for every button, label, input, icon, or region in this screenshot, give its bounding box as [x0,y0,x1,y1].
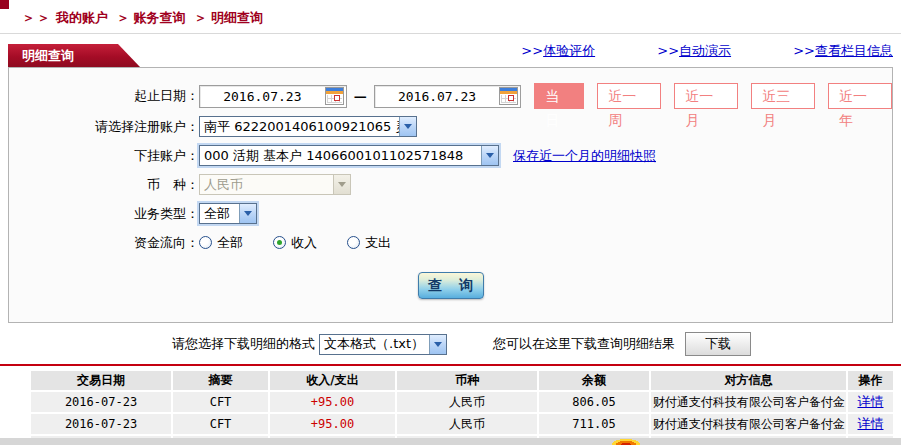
chevron-down-icon[interactable] [239,204,256,223]
flow-option-all[interactable]: 全部 [199,234,243,252]
calendar-icon[interactable] [325,87,344,105]
breadcrumb-prefix: ＞＞ [22,10,52,25]
query-button[interactable]: 查 询 [418,272,484,299]
biz-type-row: 业务类型： 全部 [9,202,892,225]
breadcrumb-separator: ＞ [117,10,130,25]
flow-label: 资金流向： [9,234,199,252]
register-account-select[interactable]: 南平 6222001406100921065 灵通卡 [199,116,417,137]
sub-account-value: 000 活期 基本户 1406600101102571848 [200,147,481,165]
link-prefix: >> [521,43,543,58]
results-table: 交易日期 摘要 收入/支出 币种 余额 对方信息 操作 2016-07-23 C… [29,369,895,445]
currency-select: 人民币 [199,174,351,195]
currency-row: 币 种： 人民币 [9,173,892,196]
detail-link[interactable]: 详情 [858,416,884,431]
download-format-value: 文本格式（.txt） [320,335,429,353]
register-account-label: 请选择注册账户： [9,118,199,136]
range-button-last-3-months[interactable]: 近三月 [751,83,815,109]
query-form-panel: 起止日期： 2016.07.23 — 2016.07.23 当日 近一周 近一月… [8,67,893,323]
query-row: 查 询 [9,272,892,299]
biz-type-value: 全部 [200,205,239,223]
download-format-label: 请您选择下载明细的格式 [172,335,315,353]
flow-option-income[interactable]: 收入 [273,234,317,252]
download-format-select[interactable]: 文本格式（.txt） [319,334,447,355]
biz-type-select[interactable]: 全部 [199,203,257,224]
results-table-wrap: 交易日期 摘要 收入/支出 币种 余额 对方信息 操作 2016-07-23 C… [29,369,879,445]
chevron-down-icon[interactable] [399,117,416,136]
chevron-down-icon[interactable] [429,335,446,354]
range-button-last-year[interactable]: 近一年 [828,83,892,109]
link-auto-demo[interactable]: >>自动演示 [657,43,731,58]
biz-type-label: 业务类型： [9,205,199,223]
link-prefix: >> [793,43,815,58]
range-button-today[interactable]: 当日 [534,83,584,109]
link-label: 自动演示 [679,43,731,58]
end-date-value: 2016.07.23 [375,89,500,104]
col-header-balance: 余额 [539,371,649,390]
cell-amount: +95.00 [270,392,395,412]
radio-label: 支出 [365,234,391,252]
table-row: 2016-07-23 CFT +95.00 人民币 806.05 财付通支付科技… [31,392,893,412]
register-account-value: 南平 6222001406100921065 灵通卡 [200,118,399,136]
col-header-action: 操作 [848,371,893,390]
cell-summary: CFT [173,414,268,434]
chevron-down-icon[interactable] [481,146,498,165]
cell-counterparty: 财付通支付科技有限公司客户备付金 [651,414,846,434]
calendar-grid [501,95,516,103]
breadcrumb-item-my-account[interactable]: 我的账户 [56,10,108,25]
cell-balance: 711.05 [539,414,649,434]
bottom-bar [0,438,901,445]
end-date-input[interactable]: 2016.07.23 [374,85,522,108]
link-view-column-info[interactable]: >>查看栏目信息 [793,43,893,58]
sub-account-select[interactable]: 000 活期 基本户 1406600101102571848 [199,145,499,166]
flow-option-expense[interactable]: 支出 [347,234,391,252]
download-hint: 您可以在这里下载查询明细结果 [493,335,675,353]
link-label: 查看栏目信息 [815,43,893,58]
download-button[interactable]: 下载 [685,332,751,356]
currency-label: 币 种： [9,176,199,194]
calendar-icon[interactable] [499,87,518,105]
cell-balance: 806.05 [539,392,649,412]
chevron-down-icon [333,175,350,194]
breadcrumb-item-account-query[interactable]: 账务查询 [134,10,186,25]
breadcrumb-separator: ＞ [194,10,207,25]
radio-icon[interactable] [273,236,286,249]
range-button-last-month[interactable]: 近一月 [674,83,738,109]
cell-currency: 人民币 [397,392,537,412]
radio-icon[interactable] [199,236,212,249]
cell-date: 2016-07-23 [31,414,171,434]
table-row: 2016-07-23 CFT +95.00 人民币 711.05 财付通支付科技… [31,414,893,434]
radio-label: 全部 [217,234,243,252]
detail-link[interactable]: 详情 [858,394,884,409]
corner-accent [0,0,9,9]
link-label: 体验评价 [543,43,595,58]
cell-summary: CFT [173,392,268,412]
table-header-row: 交易日期 摘要 收入/支出 币种 余额 对方信息 操作 [31,371,893,390]
cell-counterparty: 财付通支付科技有限公司客户备付金 [651,392,846,412]
link-experience-rating[interactable]: >>体验评价 [521,43,595,58]
date-range-row: 起止日期： 2016.07.23 — 2016.07.23 当日 近一周 近一月… [9,83,892,109]
red-divider [0,364,901,366]
radio-label: 收入 [291,234,317,252]
link-prefix: >> [657,43,679,58]
snapshot-link[interactable]: 保存近一个月的明细快照 [513,148,656,163]
col-header-date: 交易日期 [31,371,171,390]
radio-icon[interactable] [347,236,360,249]
col-header-counterparty: 对方信息 [651,371,846,390]
breadcrumb: ＞＞我的账户 ＞账务查询 ＞明细查询 [0,0,901,34]
sub-account-row: 下挂账户： 000 活期 基本户 1406600101102571848 保存近… [9,144,892,167]
breadcrumb-item-detail-query[interactable]: 明细查询 [211,10,263,25]
page: ＞＞我的账户 ＞账务查询 ＞明细查询 明细查询 >>体验评价 >>自动演示 >>… [0,0,901,445]
date-separator: — [354,89,367,104]
cell-currency: 人民币 [397,414,537,434]
start-date-value: 2016.07.23 [200,89,325,104]
date-range-label: 起止日期： [9,87,199,105]
calendar-grid [327,95,342,103]
currency-value: 人民币 [200,176,333,194]
download-row: 请您选择下载明细的格式 文本格式（.txt） 您可以在这里下载查询明细结果 下载 [172,332,901,356]
tab-detail-query[interactable]: 明细查询 [8,44,140,67]
col-header-summary: 摘要 [173,371,268,390]
start-date-input[interactable]: 2016.07.23 [199,85,347,108]
cell-date: 2016-07-23 [31,392,171,412]
range-button-last-week[interactable]: 近一周 [597,83,661,109]
col-header-currency: 币种 [397,371,537,390]
